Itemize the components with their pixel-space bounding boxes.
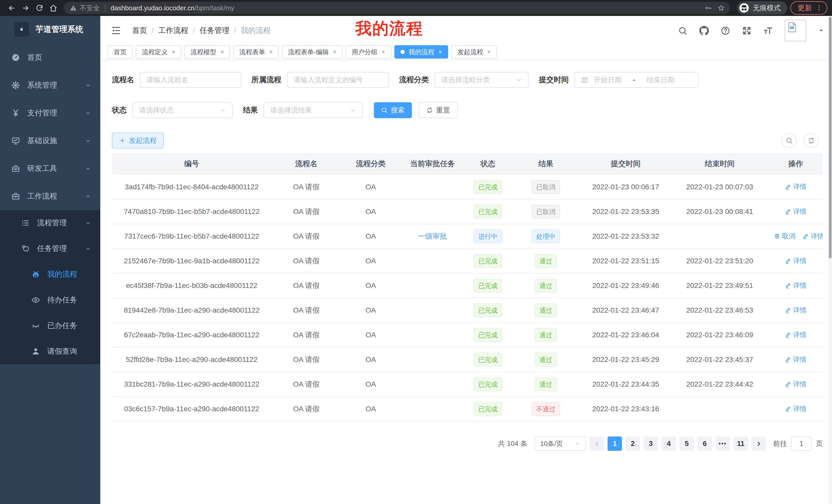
page-button-4[interactable]: 4 [661,437,676,451]
tab-close-icon[interactable]: × [487,49,491,55]
detail-link[interactable]: 详情 [785,306,807,315]
sidebar-item-system[interactable]: 系统管理 [0,72,100,99]
sidebar-item-task-manage[interactable]: 任务管理 [0,236,100,261]
column-header: 结束时间 [671,153,769,175]
tabs-bar: 首页流程定义×流程模型×流程表单×流程表单-编辑×用户分组×我的流程×发起流程× [100,45,832,60]
scrollbar[interactable] [828,16,832,504]
tab-close-icon[interactable]: × [333,49,336,55]
task-link[interactable]: 一级审批 [418,232,447,240]
detail-link[interactable]: 详情 [785,256,807,265]
placeholder: 请选择流结果 [270,106,312,115]
cancel-link[interactable]: 取消 [774,232,796,241]
status-select[interactable]: 请选择状态 [132,102,233,118]
page-button-2[interactable]: 2 [626,437,640,451]
detail-link[interactable]: 详情 [785,355,807,364]
tab-流程表单[interactable]: 流程表单× [233,45,279,59]
page-button-5[interactable]: 5 [679,437,694,451]
tab-流程模型[interactable]: 流程模型× [184,45,230,59]
detail-link[interactable]: 详情 [785,404,807,413]
avatar-caret-icon[interactable] [818,27,824,34]
next-page-button[interactable] [752,437,766,451]
incognito-badge: 无痕模式 [737,1,787,15]
create-process-button[interactable]: 发起流程 [112,133,164,148]
bookmark-star-icon[interactable] [715,2,728,14]
sidebar-item-infra[interactable]: 基础设施 [0,127,100,155]
tab-首页[interactable]: 首页 [107,45,133,59]
tab-close-icon[interactable]: × [439,49,442,55]
sidebar-item-leave-query[interactable]: 请假查询 [0,339,100,364]
goto-page-input[interactable]: 1 [791,437,812,451]
sidebar-item-process-manage[interactable]: 流程管理 [0,210,100,236]
prev-page-button[interactable] [590,437,604,451]
browser-update-button[interactable]: 更新 [790,1,827,15]
sidebar-item-home[interactable]: 首页 [0,44,100,72]
end-date-placeholder: 结束日期 [647,75,674,85]
detail-link[interactable]: 详情 [785,380,807,389]
sidebar-item-done-task[interactable]: 已办任务 [0,313,100,339]
tab-用户分组[interactable]: 用户分组× [345,45,391,59]
browser-forward-icon[interactable] [19,1,32,15]
search-button[interactable]: 搜索 [374,102,412,118]
font-size-icon[interactable] [763,26,773,35]
browser-home-icon[interactable] [46,1,60,15]
detail-link[interactable]: 详情 [785,330,807,339]
tab-close-icon[interactable]: × [220,49,224,55]
result-select[interactable]: 请选择流结果 [263,102,363,118]
reset-button[interactable]: 重置 [419,102,458,118]
browser-menu-icon[interactable] [815,4,823,11]
detail-link[interactable]: 详情 [785,281,807,290]
page-size-select[interactable]: 10条/页 [535,437,586,451]
breadcrumb-item[interactable]: 工作流程 [158,25,188,36]
tab-发起流程[interactable]: 发起流程× [451,45,497,59]
tab-close-icon[interactable]: × [172,49,175,55]
content: 流程名请输入流程名所属流程请输入流程定义的编号流程分类请选择流程分类提交时间开始… [100,60,832,504]
github-icon[interactable] [699,26,709,35]
tab-close-icon[interactable]: × [269,49,272,55]
parent-process-input[interactable]: 请输入流程定义的编号 [287,72,389,88]
refresh-table-button[interactable] [804,133,818,148]
page-size-label: 10条/页 [540,439,563,448]
sidebar-item-my-process[interactable]: 我的流程 [0,261,100,287]
process-name-input[interactable]: 请输入流程名 [140,72,241,88]
page-button-1[interactable]: 1 [607,437,622,451]
detail-link[interactable]: 详情 [785,182,807,191]
not-secure-label: 不安全 [80,4,100,12]
tab-流程表单-编辑[interactable]: 流程表单-编辑× [282,45,342,59]
detail-link[interactable]: 详情 [803,232,823,241]
page-button-11[interactable]: 11 [733,437,748,451]
breadcrumb-item[interactable]: 任务管理 [200,25,229,36]
tab-流程定义[interactable]: 流程定义× [136,45,181,59]
address-bar[interactable]: 不安全 dashboard.yudao.iocoder.cn/bpm/task/… [64,2,730,14]
cell-end-time: 2022-01-22 23:44:42 [671,372,769,397]
show-search-button[interactable] [782,133,797,148]
fullscreen-icon[interactable] [742,26,752,35]
cell-end-time: 2022-01-23 00:07:03 [671,175,769,199]
password-key-icon[interactable] [702,2,715,14]
more-pages-button[interactable]: ••• [716,437,730,451]
process-category-select[interactable]: 请选择流程分类 [435,72,529,88]
avatar[interactable] [785,20,806,41]
page-button-3[interactable]: 3 [644,437,658,451]
briefcase-icon [11,192,23,201]
tab-close-icon[interactable]: × [382,49,385,55]
brand: 芋道管理系统 [0,16,100,43]
page-button-6[interactable]: 6 [698,437,712,451]
browser-back-icon[interactable] [5,1,19,15]
collapse-sidebar-icon[interactable] [110,25,121,36]
sidebar-item-devtools[interactable]: 研发工具 [0,155,100,183]
sidebar-item-todo-task[interactable]: 待办任务 [0,287,100,313]
scrollbar-thumb[interactable] [829,17,831,258]
search-icon[interactable] [678,26,687,35]
tab-我的流程[interactable]: 我的流程× [394,45,448,59]
sidebar-item-payment[interactable]: 支付管理 [0,99,100,127]
sidebar-item-workflow[interactable]: 工作流程 [0,183,100,210]
breadcrumb-item[interactable]: 首页 [132,25,147,36]
help-icon[interactable] [721,26,730,35]
cell-id: 3ad174fb-7b9d-11ec-8404-acde48001122 [112,175,271,199]
chev-down-icon [85,110,91,116]
table-header-row: 编号流程名流程分类当前审批任务状态结果提交时间结束时间操作 [112,153,823,175]
submit-time-daterange[interactable]: 开始日期-结束日期 [574,72,698,88]
browser-reload-icon[interactable] [32,1,46,15]
detail-link[interactable]: 详情 [785,207,807,216]
breadcrumb: 首页/工作流程/任务管理/我的流程 [132,25,270,36]
